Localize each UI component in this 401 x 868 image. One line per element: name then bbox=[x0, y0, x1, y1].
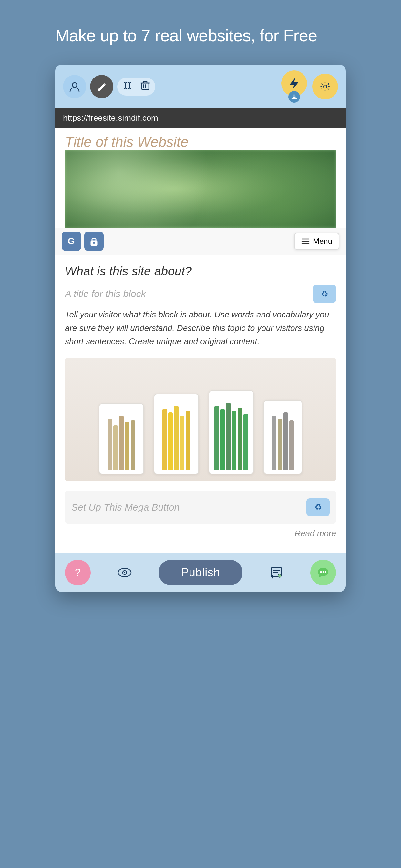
svg-point-8 bbox=[124, 572, 125, 573]
recycle-icon-2: ♻ bbox=[314, 502, 322, 512]
edit-button[interactable] bbox=[90, 75, 113, 98]
block-header: A title for this block ♻ bbox=[65, 285, 336, 303]
block-body-text: Tell your visitor what this block is abo… bbox=[65, 308, 336, 348]
tagline: Make up to 7 real websites, for Free bbox=[55, 26, 346, 45]
menu-label: Menu bbox=[313, 237, 332, 246]
help-button[interactable]: ? bbox=[65, 560, 91, 585]
section-heading: What is this site about? bbox=[65, 265, 336, 278]
hero-image bbox=[65, 150, 336, 228]
download-badge bbox=[288, 91, 300, 103]
nav-icons: G bbox=[62, 231, 104, 251]
chat-button[interactable] bbox=[310, 560, 336, 585]
browser-window: https://freesite.simdif.com Title of thi… bbox=[55, 65, 346, 592]
help-icon: ? bbox=[75, 566, 81, 578]
block-title: A title for this block bbox=[65, 288, 146, 299]
svg-rect-5 bbox=[94, 243, 95, 244]
trash-button[interactable] bbox=[141, 81, 150, 93]
bottom-bar: ? Publish bbox=[55, 553, 346, 592]
feedback-button[interactable] bbox=[264, 560, 289, 585]
menu-button[interactable]: Menu bbox=[294, 233, 339, 250]
toolbar bbox=[55, 65, 346, 108]
recycle-button-1[interactable]: ♻ bbox=[313, 285, 336, 303]
recycle-button-2[interactable]: ♻ bbox=[306, 498, 330, 516]
mega-button-section: Set Up This Mega Button ♻ bbox=[65, 491, 336, 524]
toolbar-left bbox=[63, 75, 155, 98]
recycle-icon-1: ♻ bbox=[321, 289, 328, 299]
svg-point-14 bbox=[325, 571, 327, 572]
preview-button[interactable] bbox=[112, 560, 137, 585]
profile-button[interactable] bbox=[63, 75, 86, 98]
read-more: Read more bbox=[65, 524, 336, 543]
site-title: Title of this Website bbox=[65, 134, 336, 150]
settings-button[interactable] bbox=[312, 73, 338, 99]
svg-point-0 bbox=[72, 83, 77, 87]
site-content: What is this site about? A title for thi… bbox=[55, 255, 346, 553]
svg-point-13 bbox=[322, 571, 324, 572]
toolbar-right bbox=[281, 70, 338, 103]
site-header: Title of this Website bbox=[55, 128, 346, 228]
url-text: https://freesite.simdif.com bbox=[63, 113, 158, 123]
address-bar: https://freesite.simdif.com bbox=[55, 108, 346, 128]
lock-icon[interactable] bbox=[84, 231, 104, 251]
svg-point-2 bbox=[323, 85, 327, 88]
drag-button[interactable] bbox=[122, 81, 133, 93]
website-preview: Title of this Website G bbox=[55, 128, 346, 553]
drag-trash-group bbox=[117, 78, 155, 96]
mega-button-placeholder: Set Up This Mega Button bbox=[71, 502, 180, 513]
site-nav-bar: G Menu bbox=[55, 228, 346, 255]
svg-point-12 bbox=[320, 571, 322, 572]
google-icon[interactable]: G bbox=[62, 231, 81, 251]
article-image bbox=[65, 358, 336, 481]
publish-button[interactable]: Publish bbox=[158, 560, 243, 585]
